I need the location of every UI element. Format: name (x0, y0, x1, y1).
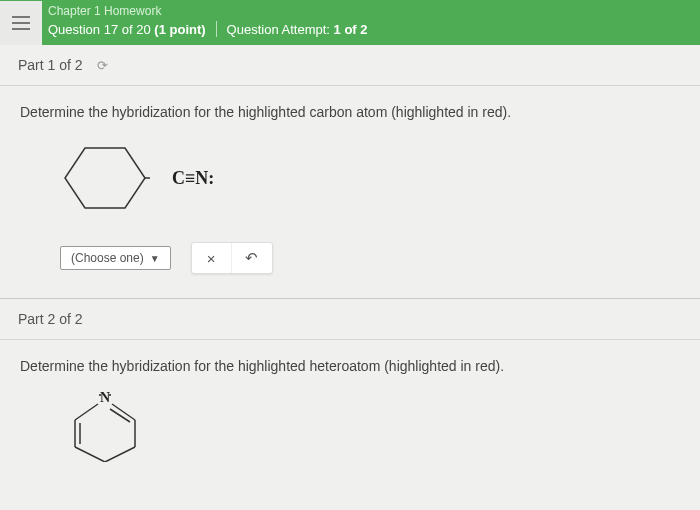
action-buttons: × ↶ (191, 242, 273, 274)
question-line: Question 17 of 20 (1 point) Question Att… (48, 21, 368, 37)
close-icon: × (207, 250, 216, 267)
part2-panel: Determine the hybridization for the high… (0, 340, 700, 462)
question-number: Question 17 of 20 (1 point) (48, 22, 206, 37)
controls-row: (Choose one) ▼ × ↶ (60, 242, 680, 274)
svg-line-11 (105, 447, 135, 462)
header-text: Chapter 1 Homework Question 17 of 20 (1 … (42, 4, 368, 37)
dropdown-label: (Choose one) (71, 251, 144, 265)
vertical-divider (216, 21, 217, 37)
structure-row-2: N (60, 392, 680, 462)
pyridine-structure: N (60, 392, 150, 462)
part2-header: Part 2 of 2 (0, 299, 700, 340)
clear-button[interactable]: × (192, 243, 232, 273)
hybridization-dropdown[interactable]: (Choose one) ▼ (60, 246, 171, 270)
undo-icon: ↶ (245, 249, 258, 267)
part1-header: Part 1 of 2 ⟳ (0, 45, 700, 86)
refresh-icon[interactable]: ⟳ (97, 58, 108, 73)
chapter-title: Chapter 1 Homework (48, 4, 368, 18)
part1-prompt: Determine the hybridization for the high… (20, 104, 680, 120)
nitrogen-atom-label: N (100, 392, 110, 405)
part2-label: Part 2 of 2 (18, 311, 83, 327)
menu-wrap (0, 1, 42, 45)
svg-line-10 (75, 447, 105, 462)
chevron-down-icon: ▼ (150, 253, 160, 264)
content-area: Part 1 of 2 ⟳ Determine the hybridizatio… (0, 45, 700, 510)
svg-point-3 (109, 394, 111, 396)
attempt-info: Question Attempt: 1 of 2 (227, 22, 368, 37)
nitrile-formula: C≡N: (172, 168, 214, 189)
svg-line-6 (110, 409, 130, 422)
part2-prompt: Determine the hybridization for the high… (20, 358, 680, 374)
part1-panel: Determine the hybridization for the high… (0, 86, 700, 298)
svg-line-4 (75, 404, 98, 420)
part1-label: Part 1 of 2 (18, 57, 83, 73)
cyclohexane-structure (60, 138, 150, 218)
structure-row-1: C≡N: (60, 138, 680, 218)
svg-point-2 (99, 394, 101, 396)
question-header: Chapter 1 Homework Question 17 of 20 (1 … (0, 0, 700, 45)
undo-button[interactable]: ↶ (232, 243, 272, 273)
svg-marker-0 (65, 148, 145, 208)
hamburger-menu-icon[interactable] (0, 3, 42, 43)
